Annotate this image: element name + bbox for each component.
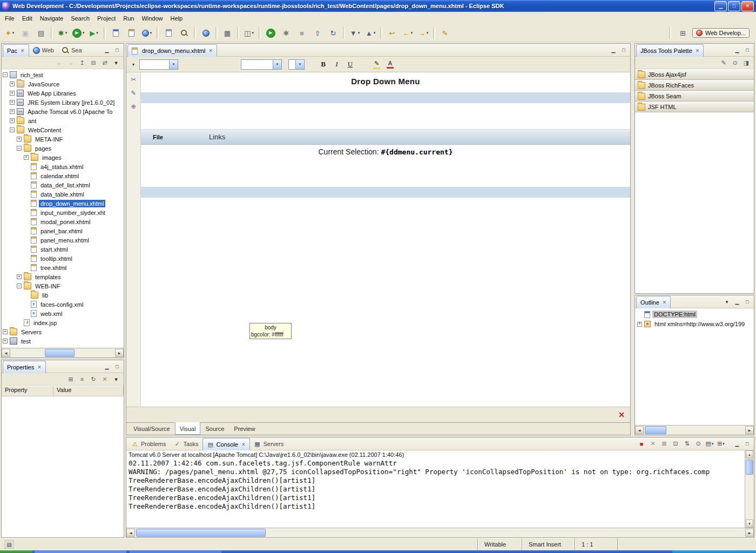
show-view-button[interactable]: ▦ bbox=[220, 26, 235, 39]
outline-tab[interactable]: Outline ✕ bbox=[636, 296, 671, 308]
debug-button[interactable]: ✱▾ bbox=[55, 26, 70, 39]
open-perspective-button[interactable]: ⊞ bbox=[676, 28, 690, 38]
window-maximize-button[interactable]: □ bbox=[728, 1, 740, 11]
palette-edit-button[interactable]: ✎ bbox=[719, 58, 728, 68]
tree-item-data-table-xhtml[interactable]: data_table.xhtml bbox=[2, 190, 124, 199]
run-button[interactable]: ▶▾ bbox=[71, 26, 86, 39]
close-tab-icon[interactable]: ✕ bbox=[21, 48, 25, 53]
print-button[interactable]: ▤ bbox=[33, 26, 49, 39]
close-editor-icon[interactable]: ✕ bbox=[208, 48, 213, 53]
canvas-links-label[interactable]: Links bbox=[209, 133, 225, 141]
palette-drawer-jsf-html[interactable]: JSF HTML bbox=[635, 102, 754, 112]
back-button[interactable]: ←▾ bbox=[400, 26, 415, 39]
remove-all-launches-button[interactable]: ⊠ bbox=[659, 439, 669, 448]
minimize-view-button[interactable]: ▁ bbox=[733, 46, 741, 54]
package-explorer-tab-pac[interactable]: Pac✕ bbox=[3, 44, 29, 57]
font-color-button[interactable]: A bbox=[384, 59, 396, 70]
palette-preferences-button[interactable]: ◨ bbox=[741, 58, 751, 68]
scroll-right-icon[interactable]: ▶ bbox=[745, 426, 754, 434]
scrollbar-thumb[interactable] bbox=[645, 426, 666, 434]
expand-icon[interactable]: + bbox=[10, 109, 15, 114]
style-class-combo[interactable]: ▾ bbox=[139, 59, 178, 70]
combo-dropdown-icon[interactable]: ▾ bbox=[295, 60, 304, 69]
bold-button[interactable]: B bbox=[318, 59, 329, 70]
tree-item-servers[interactable]: +Servers bbox=[2, 327, 124, 336]
tree-item-tree-xhtml[interactable]: tree.xhtml bbox=[2, 263, 124, 272]
scroll-up-icon[interactable]: ▲ bbox=[746, 450, 753, 458]
tree-item-web-app-libraries[interactable]: +Web App Libraries bbox=[2, 89, 124, 98]
tree-item-calendar-xhtml[interactable]: calendar.xhtml bbox=[2, 171, 124, 180]
tree-item-data-def-list-xhtml[interactable]: data_def_list.xhtml bbox=[2, 180, 124, 190]
run-on-server-button[interactable]: ▶ bbox=[263, 26, 278, 39]
scroll-left-icon[interactable]: ◀ bbox=[126, 529, 135, 537]
tree-item-images[interactable]: +images bbox=[2, 153, 124, 162]
minimize-view-button[interactable]: ▁ bbox=[103, 362, 111, 370]
tree-item-ant[interactable]: +ant bbox=[2, 116, 124, 125]
tree-item-faces-config-xml[interactable]: faces-config.xml bbox=[2, 300, 124, 309]
highlight-color-button[interactable]: ✎ bbox=[371, 59, 382, 70]
publish-to-server-button[interactable]: ⇧ bbox=[310, 26, 325, 39]
display-selected-console-button[interactable]: ▤▾ bbox=[705, 439, 714, 448]
terminate-button[interactable]: ■ bbox=[637, 439, 646, 448]
font-name-combo[interactable]: ▾ bbox=[241, 59, 282, 70]
scroll-left-icon[interactable]: ◀ bbox=[2, 349, 10, 357]
tree-item-tooltip-xhtml[interactable]: tooltip.xhtml bbox=[2, 254, 124, 263]
sync-server-button[interactable]: ↻ bbox=[326, 26, 341, 39]
value-column-header[interactable]: Value bbox=[53, 386, 124, 396]
console-tab-problems[interactable]: ⚠Problems bbox=[127, 438, 170, 450]
menu-navigate[interactable]: Navigate bbox=[36, 14, 67, 23]
close-tab-icon[interactable]: ✕ bbox=[241, 442, 246, 447]
italic-button[interactable]: I bbox=[331, 59, 342, 70]
next-annotation-button[interactable]: ▼▾ bbox=[347, 26, 362, 39]
properties-table-body[interactable] bbox=[2, 396, 124, 537]
web-browser-button[interactable] bbox=[198, 26, 213, 39]
taskbar-task-button[interactable] bbox=[130, 550, 221, 553]
scrollbar-thumb[interactable] bbox=[45, 349, 75, 357]
editor-mode-tab-preview[interactable]: Preview bbox=[229, 423, 260, 435]
show-categories-button[interactable]: ⊞ bbox=[66, 375, 76, 384]
menu-window[interactable]: Window bbox=[138, 14, 166, 23]
maximize-view-button[interactable]: □ bbox=[743, 440, 752, 448]
palette-drawer-jboss-seam[interactable]: JBoss Seam bbox=[635, 91, 754, 102]
tree-item-templates[interactable]: +templates bbox=[2, 272, 124, 281]
maximize-view-button[interactable]: □ bbox=[113, 362, 122, 370]
forward-button[interactable]: →▾ bbox=[416, 26, 431, 39]
tree-item-jre-system-library-jre1-6-0-02[interactable]: +JRE System Library [jre1.6.0_02] bbox=[2, 98, 124, 107]
property-column-header[interactable]: Property bbox=[2, 386, 53, 396]
tree-item-meta-inf[interactable]: +META-INF bbox=[2, 134, 124, 144]
style-menu-dropdown-icon[interactable]: ▾ bbox=[130, 59, 137, 70]
expand-icon[interactable]: + bbox=[17, 137, 22, 141]
expand-icon[interactable]: + bbox=[637, 322, 642, 327]
open-resource-button[interactable] bbox=[161, 26, 176, 39]
tree-item-input-number-slyder-xht[interactable]: input_number_slyder.xht bbox=[2, 208, 124, 217]
restore-default-button[interactable]: ↻ bbox=[89, 375, 98, 384]
palette-options-button[interactable]: ◫▾ bbox=[241, 26, 256, 39]
properties-tab[interactable]: Properties ✕ bbox=[3, 361, 46, 373]
menu-search[interactable]: Search bbox=[67, 14, 93, 23]
tree-item-lib[interactable]: lib bbox=[2, 291, 124, 300]
tree-item-test[interactable]: +test bbox=[2, 336, 124, 346]
scroll-right-icon[interactable]: ▶ bbox=[745, 529, 754, 537]
minimize-view-button[interactable]: ▁ bbox=[103, 46, 111, 54]
open-console-button[interactable]: ⊞▾ bbox=[716, 439, 726, 448]
font-size-combo[interactable]: ▾ bbox=[288, 59, 305, 70]
last-edit-location-button[interactable]: ↩ bbox=[384, 26, 400, 39]
collapse-all-button[interactable]: ⊟ bbox=[89, 58, 98, 68]
editor-tab-drop-down-menu[interactable]: drop_down_menu.xhtml ✕ bbox=[127, 44, 217, 57]
forward-button[interactable]: → bbox=[66, 58, 76, 68]
console-vscrollbar[interactable]: ▲ ▼ bbox=[745, 450, 754, 528]
close-tab-icon[interactable]: ✕ bbox=[663, 300, 667, 305]
perspective-web-development-button[interactable]: Web Develop... bbox=[692, 28, 750, 38]
tree-item-pages[interactable]: −pages bbox=[2, 144, 124, 153]
close-tab-icon[interactable]: ✕ bbox=[696, 48, 700, 53]
tree-item-panel-menu-xhtml[interactable]: panel_menu.xhtml bbox=[2, 235, 124, 245]
editor-select-tool-button[interactable]: ✂ bbox=[129, 75, 138, 84]
expand-icon[interactable]: + bbox=[17, 274, 22, 279]
minimize-view-button[interactable]: ▁ bbox=[733, 440, 741, 448]
minimize-view-button[interactable]: ▁ bbox=[733, 298, 741, 306]
scrollbar-thumb[interactable] bbox=[136, 529, 266, 537]
console-hscrollbar[interactable]: ◀ ▶ bbox=[126, 528, 754, 537]
pin-console-button[interactable]: ⊙ bbox=[693, 439, 703, 448]
back-button[interactable]: ← bbox=[55, 58, 64, 68]
editor-mode-tab-visual-source[interactable]: Visual/Source bbox=[129, 423, 175, 435]
